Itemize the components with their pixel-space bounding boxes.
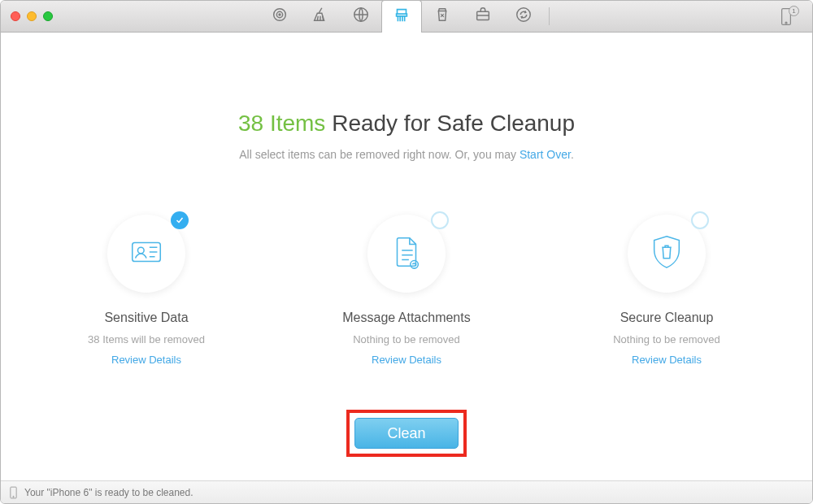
globe-tool[interactable] — [341, 0, 381, 32]
svg-point-10 — [411, 261, 419, 269]
minimize-window-button[interactable] — [27, 11, 37, 21]
card-attachments-review-link[interactable]: Review Details — [325, 354, 488, 366]
card-message-attachments: Message Attachments Nothing to be remove… — [325, 215, 488, 366]
sync-icon — [515, 6, 533, 27]
close-window-button[interactable] — [11, 11, 20, 21]
card-attachments-title: Message Attachments — [325, 311, 488, 325]
app-window: 1 38 Items Ready for Safe Cleanup All se… — [0, 0, 813, 504]
svg-point-5 — [516, 7, 530, 21]
category-cards: Sensitive Data 38 Items will be removed … — [1, 215, 812, 366]
recycle-tool[interactable] — [422, 0, 463, 32]
card-secure-checkbox[interactable] — [691, 211, 709, 229]
toolbox-tool[interactable] — [463, 0, 503, 32]
window-controls — [11, 11, 53, 21]
subheadline: All select items can be removed right no… — [1, 148, 812, 161]
target-icon — [271, 6, 289, 27]
card-secure-circle[interactable] — [628, 215, 706, 293]
headline-rest: Ready for Safe Cleanup — [325, 111, 575, 136]
broom-tool[interactable] — [300, 0, 341, 32]
phone-mini-icon — [9, 486, 18, 499]
clean-highlight-box: Clean — [346, 410, 467, 457]
shredder-icon — [393, 7, 411, 28]
device-badge: 1 — [789, 6, 799, 16]
main-toolbar — [259, 1, 554, 32]
titlebar: 1 — [1, 1, 812, 33]
status-bar: Your "iPhone 6" is ready to be cleaned. — [1, 480, 812, 503]
shredder-tool[interactable] — [381, 0, 422, 33]
target-tool[interactable] — [259, 0, 300, 32]
toolbar-divider — [549, 7, 550, 25]
card-sensitive-circle[interactable] — [107, 215, 185, 293]
sync-tool[interactable] — [503, 0, 544, 32]
device-indicator[interactable]: 1 — [778, 7, 794, 29]
card-secure-cleanup: Secure Cleanup Nothing to be removed Rev… — [585, 215, 748, 366]
phone-icon — [778, 15, 794, 28]
main-content: 38 Items Ready for Safe Cleanup All sele… — [1, 33, 812, 480]
svg-point-9 — [137, 247, 144, 254]
shield-trash-icon — [648, 233, 685, 274]
svg-point-2 — [279, 14, 280, 15]
status-text: Your "iPhone 6" is ready to be cleaned. — [24, 487, 193, 498]
card-attachments-sub: Nothing to be removed — [325, 333, 488, 345]
card-attachments-checkbox[interactable] — [431, 211, 449, 229]
id-card-icon — [128, 233, 165, 274]
svg-point-12 — [13, 496, 14, 497]
start-over-link[interactable]: Start Over — [520, 148, 571, 161]
card-sensitive-sub: 38 Items will be removed — [65, 333, 228, 345]
subhead-prefix: All select items can be removed right no… — [239, 148, 520, 161]
globe-icon — [352, 6, 370, 27]
card-attachments-circle[interactable] — [367, 215, 446, 293]
recycle-icon — [433, 6, 451, 27]
document-clip-icon — [388, 233, 425, 274]
card-secure-review-link[interactable]: Review Details — [585, 354, 748, 366]
zoom-window-button[interactable] — [43, 11, 53, 21]
card-sensitive-review-link[interactable]: Review Details — [65, 354, 228, 366]
headline: 38 Items Ready for Safe Cleanup — [1, 111, 812, 137]
clean-button[interactable]: Clean — [354, 418, 459, 449]
card-secure-title: Secure Cleanup — [585, 311, 748, 325]
card-sensitive-data: Sensitive Data 38 Items will be removed … — [65, 215, 228, 366]
headline-count: 38 Items — [238, 111, 325, 136]
card-sensitive-title: Sensitive Data — [65, 311, 228, 325]
subhead-suffix: . — [571, 148, 574, 161]
toolbox-icon — [474, 6, 492, 27]
card-secure-sub: Nothing to be removed — [585, 333, 748, 345]
broom-icon — [311, 6, 329, 27]
svg-point-7 — [785, 22, 787, 24]
card-sensitive-checkbox[interactable] — [171, 211, 189, 229]
